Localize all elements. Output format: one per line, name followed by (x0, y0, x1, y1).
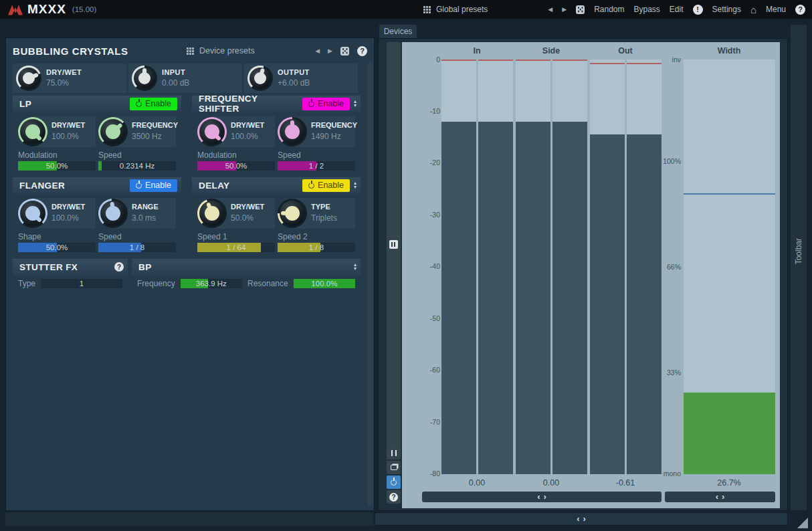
mxxx-window: MXXX (15.00) Global presets ◀ ▶ Random B… (0, 0, 812, 531)
lp-dry-wet-knob-group[interactable]: DRY/WET 100.0% (18, 114, 96, 149)
readout-in: 0.00 (447, 478, 507, 488)
flanger-dry-wet-knob[interactable] (18, 199, 47, 228)
fs-dry-wet-knob[interactable] (197, 117, 227, 146)
bypass-button[interactable]: Bypass (634, 5, 660, 14)
delay-type-knob[interactable] (278, 199, 307, 228)
dry-wet-knob-group[interactable]: DRY/WET 75.0% (13, 64, 126, 93)
meter-area: In Side Out Width 0 -10 -20 -30 -40 -50 … (402, 42, 780, 508)
device-panel-header: BUBBLING CRYSTALS Device presets ◀ ▶ ? (6, 41, 374, 61)
power-icon (136, 183, 142, 189)
flanger-speed-slider[interactable]: 1 / 8 (98, 243, 176, 252)
enable-button[interactable]: Enable (130, 179, 177, 192)
width-tick: mono (641, 469, 681, 477)
section-spinner[interactable]: ▴▾ (354, 181, 357, 189)
resize-grip[interactable] (797, 518, 808, 528)
flanger-shape-slider[interactable]: 50.0% (18, 243, 96, 252)
slider-label: Resonance (247, 279, 288, 288)
bottom-panel-spacer (5, 512, 373, 526)
dry-wet-knob[interactable] (16, 66, 41, 91)
meter-scrollbar-left[interactable]: ‹ › (422, 492, 662, 502)
meter-scrollbar-right[interactable]: ‹ › (665, 492, 775, 502)
home-icon[interactable]: ⌂ (750, 4, 756, 15)
output-knob[interactable] (247, 66, 273, 91)
brand: MXXX (15.00) (8, 2, 96, 17)
device-previous-preset-button[interactable]: ◀ (315, 47, 320, 54)
meter-width (684, 60, 775, 474)
delay-dry-wet-knob-group[interactable]: DRY/WET 50.0% (197, 196, 275, 231)
bp-frequency-slider[interactable]: 363.9 Hz (181, 279, 242, 288)
bp-resonance-slider[interactable]: 100.0% (294, 279, 355, 288)
delay-speed1-slider[interactable]: 1 / 64 (197, 243, 275, 252)
power-icon (391, 480, 397, 486)
lp-frequency-knob-group[interactable]: FREQUENCY 3500 Hz (98, 114, 176, 149)
device-panel-scrollbar[interactable] (368, 62, 373, 506)
section-frequency-shifter: FREQUENCY SHIFTER Enable ▴▾ DRY/WET 100.… (192, 96, 361, 171)
db-tick: -50 (409, 314, 440, 322)
fs-speed-slider[interactable]: 1 / 2 (278, 161, 355, 171)
slider-label: Speed (278, 150, 355, 161)
fs-frequency-knob-group[interactable]: FREQUENCY 1490 Hz (278, 114, 355, 149)
flanger-range-knob[interactable] (98, 199, 128, 228)
section-spinner[interactable]: ▴▾ (354, 100, 357, 108)
db-tick: -30 (409, 211, 440, 219)
randomize-icon[interactable] (576, 5, 585, 14)
next-preset-button[interactable]: ▶ (562, 6, 567, 13)
random-button[interactable]: Random (594, 5, 624, 14)
fs-frequency-knob[interactable] (278, 117, 307, 146)
meter-power-button[interactable] (387, 475, 401, 489)
device-randomize-icon[interactable] (340, 47, 349, 56)
power-icon (308, 101, 314, 107)
flanger-dry-wet-knob-group[interactable]: DRY/WET 100.0% (18, 196, 96, 231)
app-version: (15.00) (72, 5, 96, 13)
slider-label: Speed 2 (278, 232, 355, 243)
device-help-icon[interactable]: ? (357, 46, 367, 56)
section-bp: BP ▴▾ Frequency 363.9 Hz Resonance 100.0… (132, 259, 361, 294)
enable-button[interactable]: Enable (130, 98, 177, 110)
meter-group-label-in: In (450, 46, 504, 56)
scroll-left-icon: ‹ (537, 492, 540, 502)
section-spinner[interactable]: ▴▾ (354, 263, 357, 271)
stutter-type-slider[interactable]: 1 (41, 279, 122, 288)
delay-type-knob-group[interactable]: TYPE Triplets (278, 196, 355, 231)
menu-button[interactable]: Menu (766, 5, 786, 14)
section-header: FLANGER Enable (13, 177, 181, 193)
lp-modulation-slider[interactable]: 50.0% (18, 161, 96, 171)
device-presets-button[interactable]: Device presets (187, 46, 255, 56)
settings-button[interactable]: Settings (712, 5, 741, 14)
tab-toolbar[interactable]: Toolbar (790, 24, 807, 511)
db-tick: -40 (409, 262, 440, 270)
alert-icon[interactable]: ! (693, 5, 703, 15)
pause-button[interactable] (387, 446, 401, 459)
meter-group-label-width: Width (702, 46, 756, 56)
popout-button[interactable] (387, 461, 401, 474)
meter-side-right (552, 60, 587, 474)
enable-button[interactable]: Enable (302, 179, 350, 192)
edit-button[interactable]: Edit (670, 5, 684, 14)
bottom-scrollbar[interactable]: ‹ › (375, 512, 788, 526)
analyzer-strip[interactable] (387, 42, 401, 447)
input-knob-group[interactable]: INPUT 0.00 dB (128, 64, 242, 93)
fs-dry-wet-knob-group[interactable]: DRY/WET 100.0% (197, 114, 275, 149)
input-knob[interactable] (132, 66, 157, 91)
output-knob-group[interactable]: OUTPUT +6.00 dB (244, 64, 358, 93)
previous-preset-button[interactable]: ◀ (548, 6, 552, 13)
slider-label: Speed (98, 232, 176, 243)
enable-button[interactable]: Enable (302, 98, 350, 110)
pause-icon (391, 450, 397, 456)
tab-devices[interactable]: Devices (379, 24, 417, 38)
lp-dry-wet-knob[interactable] (18, 117, 47, 146)
delay-dry-wet-knob[interactable] (197, 199, 227, 228)
flanger-range-knob-group[interactable]: RANGE 3.0 ms (98, 196, 176, 231)
lp-frequency-knob[interactable] (98, 117, 128, 146)
meter-help-button[interactable]: ? (387, 490, 401, 504)
help-icon[interactable]: ? (795, 5, 805, 15)
device-next-preset-button[interactable]: ▶ (328, 47, 332, 54)
delay-speed2-slider[interactable]: 1 / 8 (278, 243, 355, 252)
lp-speed-slider[interactable]: 0.2314 Hz (98, 161, 176, 171)
device-presets-grid-icon (187, 47, 189, 49)
fs-modulation-slider[interactable]: 50.0% (197, 161, 275, 171)
stutter-help-icon[interactable]: ? (114, 262, 124, 272)
presets-grid-icon (423, 6, 425, 8)
global-presets-button[interactable]: Global presets (423, 5, 488, 14)
section-stutter-fx: STUTTER FX ? Type 1 (13, 259, 128, 294)
